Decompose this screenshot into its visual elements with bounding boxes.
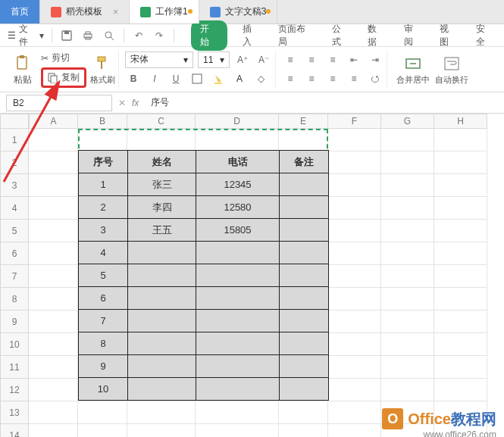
font-size-select[interactable]: 11▾ bbox=[198, 52, 230, 68]
cell[interactable] bbox=[328, 242, 381, 265]
table-cell[interactable]: 3 bbox=[79, 219, 128, 242]
cell[interactable] bbox=[328, 356, 381, 379]
cell[interactable] bbox=[29, 333, 78, 356]
row-header[interactable]: 10 bbox=[0, 333, 29, 356]
cell[interactable] bbox=[29, 356, 78, 379]
italic-button[interactable]: I bbox=[146, 70, 163, 87]
table-cell[interactable] bbox=[128, 264, 196, 287]
table-cell[interactable] bbox=[196, 378, 280, 401]
cell[interactable] bbox=[78, 424, 127, 437]
redo-icon[interactable]: ↷ bbox=[152, 29, 166, 42]
cell[interactable] bbox=[29, 151, 78, 174]
row-header[interactable]: 1 bbox=[0, 129, 29, 151]
cell[interactable] bbox=[434, 379, 487, 401]
tab-workbook[interactable]: 工作簿1 bbox=[130, 0, 199, 23]
save-icon[interactable] bbox=[60, 29, 74, 42]
cell[interactable] bbox=[127, 401, 196, 424]
cell[interactable] bbox=[381, 220, 434, 242]
column-header[interactable]: G bbox=[381, 114, 434, 129]
cell[interactable] bbox=[29, 265, 78, 288]
cell[interactable] bbox=[328, 151, 381, 174]
cell[interactable] bbox=[29, 424, 78, 437]
cell[interactable] bbox=[328, 401, 381, 424]
table-cell[interactable] bbox=[196, 332, 280, 355]
cell[interactable] bbox=[328, 174, 381, 197]
cell[interactable] bbox=[328, 333, 381, 356]
row-header[interactable]: 14 bbox=[0, 424, 29, 437]
cell[interactable] bbox=[434, 197, 487, 220]
table-cell[interactable]: 15805 bbox=[196, 219, 280, 242]
spreadsheet-grid[interactable]: ABCDEFGH 1234567891011121314 序号姓名电话备注1张三… bbox=[0, 114, 504, 437]
print-icon[interactable] bbox=[81, 29, 95, 42]
indent-left-button[interactable]: ⇤ bbox=[346, 52, 362, 68]
cell[interactable] bbox=[29, 174, 78, 197]
cell[interactable] bbox=[434, 174, 487, 197]
fill-color-button[interactable] bbox=[210, 70, 227, 87]
column-header[interactable]: D bbox=[196, 114, 279, 129]
table-cell[interactable]: 12345 bbox=[196, 173, 280, 196]
table-cell[interactable]: 4 bbox=[79, 242, 128, 264]
cell[interactable] bbox=[434, 311, 487, 333]
row-header[interactable]: 11 bbox=[0, 356, 29, 379]
align-middle-button[interactable]: ≡ bbox=[303, 52, 320, 68]
cell[interactable] bbox=[29, 220, 78, 242]
cancel-icon[interactable]: ✕ bbox=[118, 98, 126, 108]
table-cell[interactable] bbox=[280, 378, 329, 401]
table-cell[interactable] bbox=[280, 219, 329, 242]
cell[interactable] bbox=[328, 220, 381, 242]
fx-icon[interactable]: fx bbox=[132, 98, 139, 108]
row-header[interactable]: 7 bbox=[0, 265, 29, 288]
row-header[interactable]: 8 bbox=[0, 288, 29, 311]
table-header[interactable]: 姓名 bbox=[128, 151, 196, 173]
cell[interactable] bbox=[29, 129, 78, 151]
formula-value[interactable]: 序号 bbox=[151, 96, 169, 109]
copy-button[interactable]: 复制 bbox=[48, 71, 80, 84]
table-cell[interactable]: 10 bbox=[79, 378, 128, 401]
underline-button[interactable]: U bbox=[167, 70, 184, 87]
table-cell[interactable] bbox=[280, 196, 329, 219]
cell[interactable] bbox=[78, 129, 127, 151]
table-cell[interactable] bbox=[196, 264, 280, 287]
cell[interactable] bbox=[381, 174, 434, 197]
cell[interactable] bbox=[279, 401, 328, 424]
table-cell[interactable]: 1 bbox=[79, 173, 128, 196]
justify-button[interactable]: ≡ bbox=[346, 70, 362, 87]
column-header[interactable]: E bbox=[279, 114, 328, 129]
clear-format-button[interactable]: ◇ bbox=[252, 70, 269, 87]
cell[interactable] bbox=[127, 129, 196, 151]
cell[interactable] bbox=[434, 288, 487, 311]
cell[interactable] bbox=[328, 379, 381, 401]
decrease-font-button[interactable]: A⁻ bbox=[255, 52, 272, 68]
increase-font-button[interactable]: A⁺ bbox=[234, 52, 251, 68]
align-right-button[interactable]: ≡ bbox=[324, 70, 341, 87]
table-cell[interactable]: 9 bbox=[79, 355, 128, 378]
align-bottom-button[interactable]: ≡ bbox=[324, 52, 341, 68]
table-cell[interactable]: 2 bbox=[79, 196, 128, 219]
undo-icon[interactable]: ↶ bbox=[132, 29, 146, 42]
cell[interactable] bbox=[381, 333, 434, 356]
paste-button[interactable]: 粘贴 bbox=[8, 50, 38, 89]
border-button[interactable] bbox=[189, 70, 205, 87]
align-left-button[interactable]: ≡ bbox=[282, 70, 299, 87]
row-header[interactable]: 3 bbox=[0, 174, 29, 197]
align-center-button[interactable]: ≡ bbox=[303, 70, 320, 87]
font-name-select[interactable]: 宋体▾ bbox=[125, 52, 193, 68]
table-cell[interactable] bbox=[128, 378, 196, 401]
cell[interactable] bbox=[279, 129, 328, 151]
cut-button[interactable]: ✂剪切 bbox=[41, 52, 86, 64]
table-cell[interactable]: 王五 bbox=[128, 219, 196, 242]
row-header[interactable]: 2 bbox=[0, 151, 29, 174]
cell[interactable] bbox=[381, 311, 434, 333]
cell[interactable] bbox=[434, 242, 487, 265]
table-cell[interactable] bbox=[280, 332, 329, 355]
cell[interactable] bbox=[434, 129, 487, 151]
row-header[interactable]: 5 bbox=[0, 220, 29, 242]
cell[interactable] bbox=[434, 265, 487, 288]
cell[interactable] bbox=[127, 424, 196, 437]
table-cell[interactable] bbox=[196, 242, 280, 264]
column-header[interactable]: F bbox=[328, 114, 381, 129]
file-menu[interactable]: ☰ 文件 ▾ bbox=[8, 23, 44, 48]
column-header[interactable]: A bbox=[29, 114, 78, 129]
align-top-button[interactable]: ≡ bbox=[282, 52, 299, 68]
ribbon-tab-data[interactable]: 数据 bbox=[365, 21, 388, 50]
